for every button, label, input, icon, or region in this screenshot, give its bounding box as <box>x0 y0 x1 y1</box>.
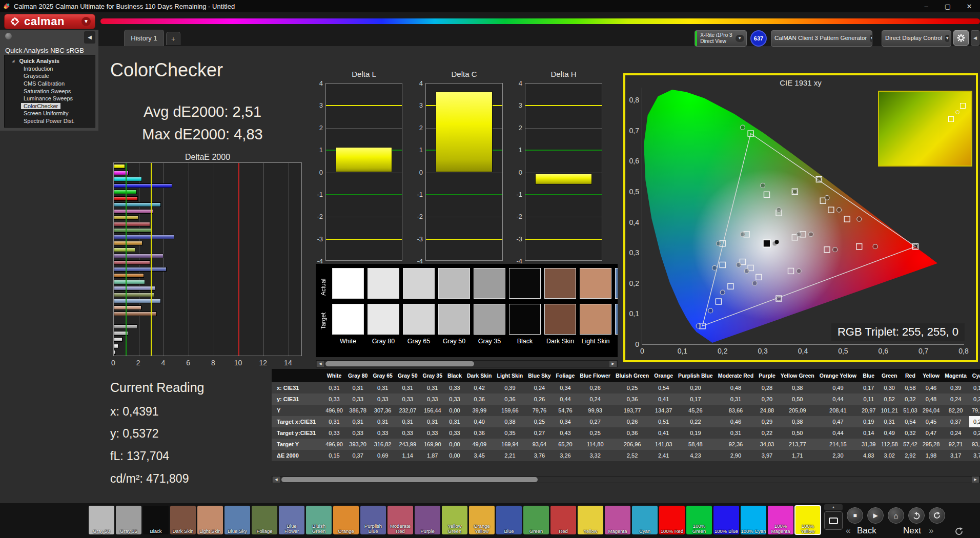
table-cell[interactable]: 0,19 <box>676 427 716 439</box>
table-cell[interactable]: 0,51 <box>651 416 676 427</box>
table-cell[interactable]: 0,46 <box>716 416 756 427</box>
table-cell[interactable]: 0,25 <box>969 394 980 405</box>
table-cell[interactable]: 57,42 <box>901 439 920 450</box>
table-cell[interactable]: 0,28 <box>756 382 778 394</box>
table-cell[interactable]: 213,77 <box>778 439 817 450</box>
table-cell[interactable]: 0,26 <box>525 394 553 405</box>
table-cell[interactable]: 0,31 <box>345 416 371 427</box>
sidebar-item-luminance-sweeps[interactable]: Luminance Sweeps <box>5 95 95 102</box>
table-cell[interactable]: 79,74 <box>969 405 980 416</box>
table-cell[interactable]: 0,29 <box>756 416 778 427</box>
display-control-dropdown[interactable]: Direct Display Control ▼ <box>882 30 951 47</box>
table-cell[interactable]: 0,34 <box>554 416 578 427</box>
table-cell[interactable]: 0,36 <box>464 427 494 439</box>
table-cell[interactable]: 169,90 <box>420 439 445 450</box>
pattern-tile-gray-50[interactable]: Gray 50 <box>89 506 114 534</box>
table-cell[interactable]: 0,31 <box>420 416 445 427</box>
table-cell[interactable]: 4,23 <box>676 450 716 461</box>
table-cell[interactable]: 0,14 <box>859 427 879 439</box>
table-cell[interactable]: 0,20 <box>756 394 778 405</box>
table-cell[interactable]: 99,93 <box>577 405 613 416</box>
table-cell[interactable]: 0,31 <box>323 382 345 394</box>
table-cell[interactable]: 0,33 <box>395 427 420 439</box>
table-cell[interactable]: 0,33 <box>370 427 395 439</box>
table-cell[interactable]: 0,50 <box>778 394 817 405</box>
table-cell[interactable]: 134,37 <box>651 405 676 416</box>
pattern-tile-gray-35[interactable]: Gray 35 <box>116 506 141 534</box>
table-cell[interactable]: 0,48 <box>716 382 756 394</box>
table-cell[interactable]: 0,31 <box>395 382 420 394</box>
stop-button[interactable]: ■ <box>847 507 863 524</box>
table-cell[interactable]: 0,33 <box>345 427 371 439</box>
table-cell[interactable]: 232,07 <box>395 405 420 416</box>
table-cell[interactable]: 31,39 <box>859 439 879 450</box>
table-cell[interactable]: 0,17 <box>676 394 716 405</box>
table-cell[interactable]: 243,99 <box>395 439 420 450</box>
table-cell[interactable]: 1,98 <box>920 450 943 461</box>
table-cell[interactable]: 0,25 <box>577 427 613 439</box>
table-cell[interactable]: 92,71 <box>942 439 969 450</box>
table-cell[interactable]: 0,34 <box>554 382 578 394</box>
table-cell[interactable]: 2,92 <box>901 450 920 461</box>
table-cell[interactable]: 1,71 <box>778 450 817 461</box>
table-cell[interactable]: 0,17 <box>859 382 879 394</box>
pattern-tile-100-yellow[interactable]: 100% Yellow <box>795 506 821 534</box>
strip-expand-button[interactable]: ▲ <box>824 504 843 510</box>
pattern-tile-100-magenta[interactable]: 100% Magenta <box>768 506 793 534</box>
cie-zoom-inset[interactable] <box>878 91 972 167</box>
table-cell[interactable]: 3,97 <box>756 450 778 461</box>
sidebar-item-saturation-sweeps[interactable]: Saturation Sweeps <box>5 87 95 95</box>
table-cell[interactable]: 0,47 <box>920 427 943 439</box>
add-tab-button[interactable]: + <box>166 32 180 45</box>
pattern-tile-yellow[interactable]: Yellow <box>578 506 603 534</box>
table-cell[interactable]: 0,30 <box>878 382 901 394</box>
table-cell[interactable]: 496,90 <box>323 439 345 450</box>
table-cell[interactable]: 0,36 <box>613 427 651 439</box>
pattern-tile-orange-yellow[interactable]: Orange Yellow <box>469 506 495 534</box>
table-cell[interactable]: 24,88 <box>756 405 778 416</box>
table-cell[interactable]: 3,45 <box>464 450 494 461</box>
table-cell[interactable]: 0,31 <box>878 416 901 427</box>
table-cell[interactable]: 0,49 <box>878 427 901 439</box>
table-cell[interactable]: 0,31 <box>420 382 445 394</box>
table-cell[interactable]: 0,00 <box>445 439 464 450</box>
sidebar-item-grayscale[interactable]: Grayscale <box>5 72 95 80</box>
table-cell[interactable]: 34,03 <box>756 439 778 450</box>
table-cell[interactable]: 0,41 <box>651 394 676 405</box>
table-cell[interactable]: 0,20 <box>676 382 716 394</box>
table-cell[interactable]: 3,32 <box>577 450 613 461</box>
table-cell[interactable]: 3,26 <box>554 450 578 461</box>
reading-count-badge[interactable]: 637 <box>750 30 767 47</box>
table-cell[interactable]: 496,90 <box>323 405 345 416</box>
table-cell[interactable]: 0,32 <box>901 394 920 405</box>
chevron-down-icon[interactable]: ▼ <box>81 17 91 26</box>
swatch-scrollbar[interactable]: ◀ ▶ <box>316 360 618 367</box>
pattern-tile-magenta[interactable]: Magenta <box>605 506 630 534</box>
table-cell[interactable]: 0,38 <box>494 416 525 427</box>
table-cell[interactable]: 3,78 <box>969 450 980 461</box>
table-cell[interactable]: 4,83 <box>859 450 879 461</box>
table-cell[interactable]: 51,03 <box>901 405 920 416</box>
table-cell[interactable]: 159,66 <box>494 405 525 416</box>
tab-history-1[interactable]: History 1 <box>124 30 164 46</box>
table-cell[interactable]: 0,50 <box>778 427 817 439</box>
table-cell[interactable]: 3,76 <box>525 450 553 461</box>
table-cell[interactable]: 0,44 <box>817 427 859 439</box>
table-cell[interactable]: 0,31 <box>716 427 756 439</box>
table-cell[interactable]: 193,77 <box>613 405 651 416</box>
table-cell[interactable]: 0,31 <box>445 416 464 427</box>
table-cell[interactable]: 0,22 <box>756 427 778 439</box>
pattern-tile-orange[interactable]: Orange <box>333 506 359 534</box>
sidebar-item-cms-calibration[interactable]: CMS Calibration <box>5 80 95 88</box>
scroll-left-icon[interactable]: ◀ <box>317 361 324 367</box>
table-cell[interactable]: 49,09 <box>464 439 494 450</box>
table-cell[interactable]: 54,76 <box>554 405 578 416</box>
pattern-tile-yellow-green[interactable]: Yellow Green <box>442 506 467 534</box>
table-cell[interactable]: 0,24 <box>942 427 969 439</box>
scrollbar-thumb[interactable] <box>281 477 538 482</box>
close-button[interactable]: ✕ <box>958 3 980 10</box>
table-cell[interactable]: 0,33 <box>345 394 371 405</box>
pattern-tile-black[interactable]: Black <box>143 506 169 534</box>
table-cell[interactable]: 2,21 <box>494 450 525 461</box>
table-cell[interactable]: 0,37 <box>345 450 371 461</box>
